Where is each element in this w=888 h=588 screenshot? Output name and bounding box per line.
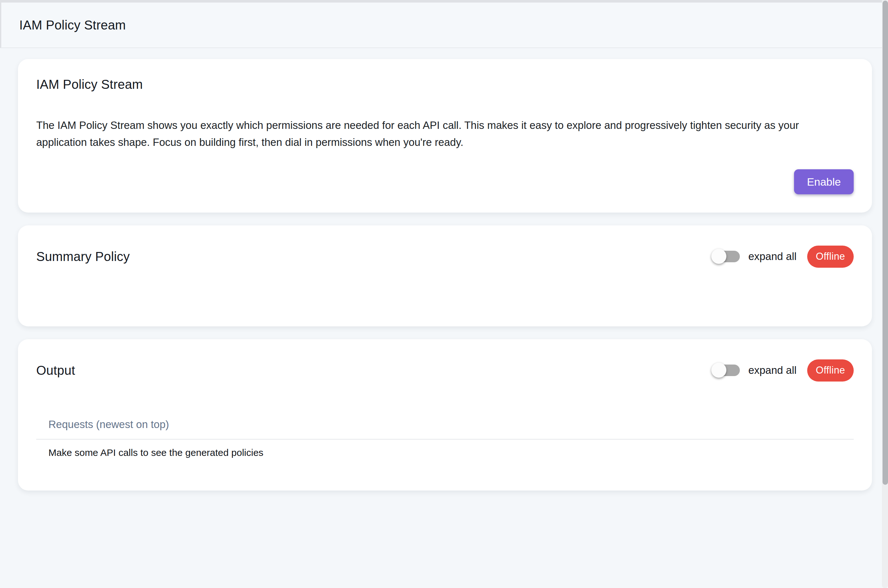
requests-heading: Requests (newest on top) <box>36 418 854 430</box>
enable-button[interactable]: Enable <box>794 169 854 194</box>
scrollbar-track[interactable] <box>882 0 888 588</box>
requests-divider <box>36 439 854 440</box>
intro-card-description: The IAM Policy Stream shows you exactly … <box>36 117 849 151</box>
summary-expand-toggle[interactable] <box>712 251 740 262</box>
toggle-knob-icon <box>711 249 726 264</box>
summary-policy-header: Summary Policy expand all Offline <box>36 244 854 269</box>
output-status-badge: Offline <box>807 359 854 381</box>
output-header: Output expand all Offline <box>36 357 854 383</box>
intro-card-title: IAM Policy Stream <box>36 77 854 92</box>
app-header: IAM Policy Stream <box>0 3 888 48</box>
summary-status-badge: Offline <box>807 246 854 268</box>
scrollbar-thumb[interactable] <box>882 1 888 485</box>
output-controls: expand all Offline <box>712 359 854 381</box>
window-top-edge <box>0 0 888 3</box>
main-content: IAM Policy Stream The IAM Policy Stream … <box>0 48 888 490</box>
summary-expand-all-label: expand all <box>748 250 796 262</box>
summary-policy-title: Summary Policy <box>36 249 130 264</box>
toggle-knob-icon <box>711 363 726 378</box>
page-title: IAM Policy Stream <box>19 18 126 32</box>
output-expand-toggle[interactable] <box>712 364 740 376</box>
summary-policy-card: Summary Policy expand all Offline <box>18 225 872 326</box>
summary-policy-controls: expand all Offline <box>712 246 854 268</box>
output-title: Output <box>36 363 75 378</box>
requests-empty-message: Make some API calls to see the generated… <box>36 447 854 458</box>
output-expand-all-label: expand all <box>748 364 796 376</box>
intro-card: IAM Policy Stream The IAM Policy Stream … <box>18 59 872 213</box>
requests-section: Requests (newest on top) Make some API c… <box>36 418 854 458</box>
output-card: Output expand all Offline Requests (newe… <box>18 339 872 490</box>
intro-card-actions: Enable <box>36 169 854 194</box>
